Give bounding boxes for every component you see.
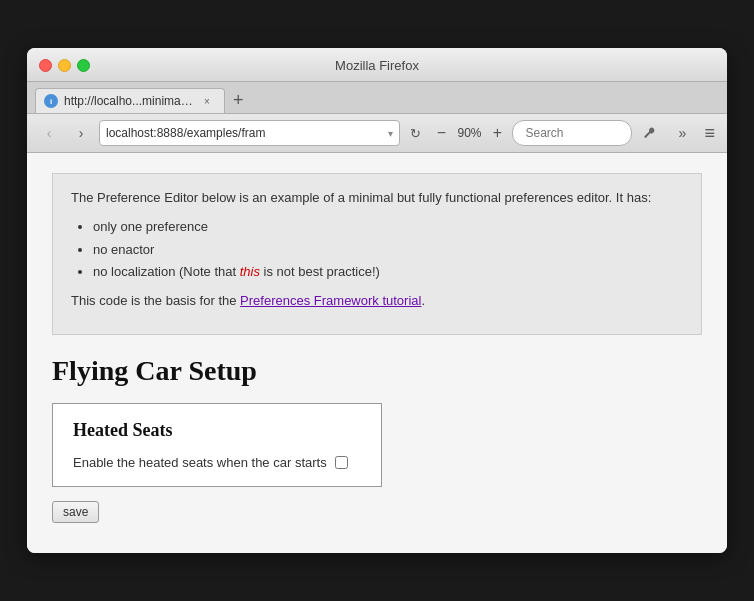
outro-suffix: .: [421, 293, 425, 308]
maximize-traffic-light[interactable]: [77, 59, 90, 72]
save-button[interactable]: save: [52, 501, 99, 523]
overflow-button[interactable]: »: [668, 119, 696, 147]
browser-tab[interactable]: i http://localho...minimalEditor/ ×: [35, 88, 225, 113]
zoom-level: 90%: [454, 126, 484, 140]
preference-row: Enable the heated seats when the car sta…: [73, 455, 361, 470]
refresh-button[interactable]: ↻: [404, 122, 426, 144]
traffic-lights: [39, 59, 90, 72]
address-input[interactable]: [106, 126, 384, 140]
address-bar: ▾: [99, 120, 400, 146]
list-item: no enactor: [93, 240, 683, 261]
zoom-controls: − 90% +: [430, 122, 508, 144]
tab-favicon: i: [44, 94, 58, 108]
tab-bar: i http://localho...minimalEditor/ × +: [27, 82, 727, 114]
back-button[interactable]: ‹: [35, 119, 63, 147]
close-traffic-light[interactable]: [39, 59, 52, 72]
tab-close-button[interactable]: ×: [200, 94, 214, 108]
toolbar: ‹ › ▾ ↻ − 90% + » ≡: [27, 114, 727, 153]
window-title: Mozilla Firefox: [335, 58, 419, 73]
title-bar: Mozilla Firefox: [27, 48, 727, 82]
forward-button[interactable]: ›: [67, 119, 95, 147]
panel-title: Heated Seats: [73, 420, 361, 441]
zoom-in-button[interactable]: +: [486, 122, 508, 144]
list-item: only one preference: [93, 217, 683, 238]
heated-seats-checkbox[interactable]: [335, 456, 348, 469]
info-list: only one preference no enactor no locali…: [71, 217, 683, 283]
page-title: Flying Car Setup: [52, 355, 702, 387]
list-item: no localization (Note that this is not b…: [93, 262, 683, 283]
new-tab-button[interactable]: +: [227, 91, 250, 113]
menu-button[interactable]: ≡: [700, 123, 719, 144]
address-dropdown-icon[interactable]: ▾: [388, 128, 393, 139]
wrench-icon: [643, 126, 657, 140]
preferences-framework-link[interactable]: Preferences Framework tutorial: [240, 293, 421, 308]
preference-panel: Heated Seats Enable the heated seats whe…: [52, 403, 382, 487]
outro-prefix: This code is the basis for the: [71, 293, 240, 308]
tab-label: http://localho...minimalEditor/: [64, 94, 194, 108]
info-box: The Preference Editor below is an exampl…: [52, 173, 702, 335]
browser-window: Mozilla Firefox i http://localho...minim…: [27, 48, 727, 553]
info-outro: This code is the basis for the Preferenc…: [71, 291, 683, 312]
zoom-out-button[interactable]: −: [430, 122, 452, 144]
wrench-button[interactable]: [636, 119, 664, 147]
content-area: The Preference Editor below is an exampl…: [27, 153, 727, 553]
pref-label: Enable the heated seats when the car sta…: [73, 455, 327, 470]
info-note: Note that this is not best practice!: [183, 264, 375, 279]
minimize-traffic-light[interactable]: [58, 59, 71, 72]
info-intro: The Preference Editor below is an exampl…: [71, 188, 683, 209]
search-bar: [512, 120, 632, 146]
